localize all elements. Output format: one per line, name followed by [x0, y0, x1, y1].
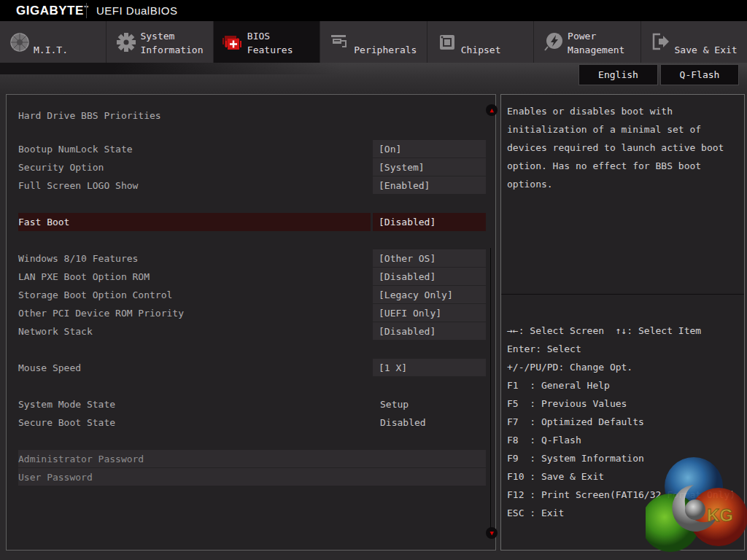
scroll-up-indicator[interactable]: ▲ — [486, 104, 498, 116]
setting-value[interactable]: [Legacy Only] — [373, 286, 486, 304]
setting-label: User Password — [18, 472, 93, 483]
panel-divider — [501, 294, 744, 295]
legend-line: →←: Select Screen ↑↓: Select Item — [507, 322, 742, 340]
setting-value[interactable]: [UEFI Only] — [373, 304, 486, 322]
legend-line: +/-/PU/PD: Change Opt. — [507, 358, 742, 376]
setting-row[interactable]: Storage Boot Option Control[Legacy Only] — [18, 286, 371, 304]
scroll-down-indicator[interactable]: ▼ — [486, 527, 498, 539]
system-information-icon — [115, 31, 137, 53]
tab-peripherals[interactable]: Peripherals — [320, 21, 427, 63]
legend-line: F7 : Optimized Defaults — [507, 413, 742, 431]
setting-value: Disabled — [380, 413, 426, 432]
item-help-text: Enables or disables boot with initializa… — [507, 102, 739, 193]
tab-label: Chipset — [461, 43, 501, 57]
setting-row[interactable]: Security Option[System] — [18, 158, 371, 176]
setting-value[interactable]: [1 X] — [373, 359, 486, 377]
language-button[interactable]: English — [578, 64, 658, 85]
settings-panel: Hard Drive BBS PrioritiesBootup NumLock … — [6, 94, 496, 551]
tab-chipset[interactable]: Chipset — [427, 21, 534, 63]
setting-label: Security Option — [18, 162, 104, 173]
tab-label: Power Management — [568, 29, 624, 57]
setting-label: Hard Drive BBS Priorities — [18, 110, 161, 121]
setting-row[interactable]: Bootup NumLock State[On] — [18, 140, 371, 158]
kitguru-watermark-logo: KG — [646, 457, 747, 560]
setting-row[interactable]: Full Screen LOGO Show[Enabled] — [18, 176, 371, 195]
gigabyte-logo: GIGABYTE™ — [16, 4, 89, 18]
chipset-icon — [436, 31, 458, 53]
bios-features-icon — [222, 31, 244, 53]
tab-label: Peripherals — [354, 43, 417, 57]
setting-label: Network Stack — [18, 326, 93, 337]
tab-bar: M.I.T. System Information — [0, 21, 747, 63]
tab-label: M.I.T. — [34, 43, 68, 57]
tab-save-exit[interactable]: Save & Exit — [641, 21, 747, 63]
qflash-button[interactable]: Q-Flash — [660, 64, 739, 85]
setting-label: Storage Boot Option Control — [18, 289, 172, 300]
setting-row[interactable]: Network Stack[Disabled] — [18, 322, 371, 341]
legend-line: F5 : Previous Values — [507, 394, 742, 413]
title-bar: GIGABYTE™ UEFI DualBIOS — [0, 0, 747, 21]
setting-row[interactable]: Administrator Password — [18, 450, 486, 468]
firmware-title: UEFI DualBIOS — [96, 4, 178, 17]
setting-value[interactable]: [Other OS] — [373, 249, 486, 268]
setting-label: Administrator Password — [18, 454, 144, 464]
save-exit-icon — [650, 31, 672, 53]
setting-row[interactable]: Secure Boot StateDisabled — [18, 413, 371, 432]
tab-label: System Information — [140, 29, 203, 57]
setting-value[interactable]: [System] — [373, 158, 486, 176]
setting-label: Full Screen LOGO Show — [18, 180, 138, 191]
setting-label: Secure Boot State — [18, 417, 115, 428]
setting-value: Setup — [380, 395, 409, 413]
tab-shadow — [0, 63, 379, 74]
legend-line: F8 : Q-Flash — [507, 431, 742, 449]
setting-label: System Mode State — [18, 399, 115, 410]
mit-icon — [9, 31, 31, 53]
setting-label: Fast Boot — [18, 217, 69, 228]
legend-line: F1 : General Help — [507, 376, 742, 394]
peripherals-icon — [329, 31, 351, 53]
setting-value[interactable]: [Disabled] — [373, 322, 486, 341]
tab-mit[interactable]: M.I.T. — [0, 21, 107, 63]
setting-value[interactable]: [Enabled] — [373, 176, 486, 195]
bios-screen: GIGABYTE™ UEFI DualBIOS M.I.T. — [0, 0, 747, 560]
setting-row[interactable]: Mouse Speed[1 X] — [18, 359, 371, 377]
power-management-icon — [543, 31, 565, 53]
setting-value[interactable]: [On] — [373, 140, 486, 158]
setting-row[interactable]: User Password — [18, 468, 486, 486]
legend-line: Enter: Select — [507, 340, 742, 358]
tab-system-information[interactable]: System Information — [107, 21, 213, 63]
setting-value[interactable]: [Disabled] — [373, 213, 486, 231]
watermark-kg-text: KG — [707, 505, 733, 525]
title-divider — [86, 3, 87, 18]
tab-bios-features[interactable]: BIOS Features — [214, 21, 320, 63]
setting-row[interactable]: Fast Boot[Disabled] — [18, 213, 371, 231]
tab-power-management[interactable]: Power Management — [534, 21, 640, 63]
setting-label: Bootup NumLock State — [18, 144, 133, 155]
setting-label: Mouse Speed — [18, 362, 81, 373]
setting-label: Windows 8/10 Features — [18, 253, 138, 264]
setting-row[interactable]: System Mode StateSetup — [18, 395, 371, 413]
setting-label: LAN PXE Boot Option ROM — [18, 271, 150, 282]
setting-row[interactable]: Hard Drive BBS Priorities — [18, 106, 371, 125]
setting-row[interactable]: Other PCI Device ROM Priority[UEFI Only] — [18, 304, 371, 322]
setting-row[interactable]: LAN PXE Boot Option ROM[Disabled] — [18, 268, 371, 286]
scrollbar[interactable] — [490, 248, 491, 534]
setting-value[interactable]: [Disabled] — [373, 268, 486, 286]
setting-label: Other PCI Device ROM Priority — [18, 308, 184, 319]
setting-row[interactable]: Windows 8/10 Features[Other OS] — [18, 249, 371, 268]
tab-label: BIOS Features — [247, 29, 293, 57]
tab-label: Save & Exit — [675, 43, 738, 57]
